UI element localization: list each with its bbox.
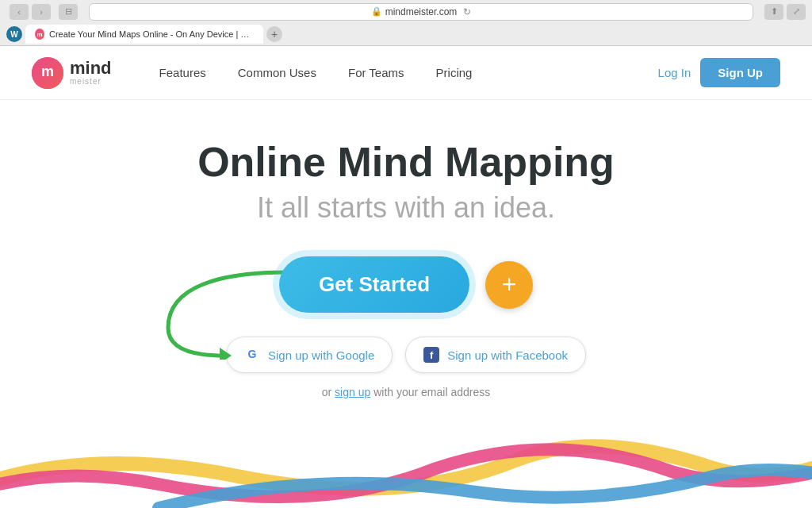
email-signup-text: or sign up with your email address [322,386,490,398]
reload-icon[interactable]: ↻ [463,6,471,17]
sidebar-button[interactable]: ⊟ [59,4,78,20]
facebook-signup-label: Sign up with Facebook [447,348,568,362]
forward-button[interactable]: › [32,4,51,20]
nav-actions: Log In Sign Up [658,58,780,87]
cta-area: Get Started + [279,256,533,313]
nav-pricing[interactable]: Pricing [436,66,473,79]
browser-tab[interactable]: m Create Your Mind Maps Online - On Any … [25,25,263,44]
logo-meister-text: meister [70,77,112,86]
facebook-signup-button[interactable]: f Sign up with Facebook [405,337,586,373]
logo[interactable]: m mind meister [32,57,112,89]
back-button[interactable]: ‹ [10,4,29,20]
facebook-icon: f [423,347,439,363]
email-signup-link[interactable]: sign up [335,386,370,398]
logo-mind-text: mind [70,60,112,77]
email-prefix: or [322,386,335,398]
nav-for-teams[interactable]: For Teams [348,66,404,79]
nav-links: Features Common Uses For Teams Pricing [159,66,658,79]
svg-marker-2 [220,348,232,360]
login-button[interactable]: Log In [658,66,691,79]
arrow-curve-icon [136,264,295,360]
nav-features[interactable]: Features [159,66,206,79]
fullscreen-button[interactable]: ⤢ [787,4,806,20]
svg-text:m: m [41,64,54,79]
logo-text: mind meister [70,60,112,86]
tab-favicon: m [35,29,44,40]
waves-svg [0,413,812,508]
decorative-waves [0,413,812,508]
get-started-wrapper: Get Started + [279,256,533,313]
new-tab-button[interactable]: + [266,26,282,42]
main-nav: m mind meister Features Common Uses For … [0,46,812,100]
get-started-button[interactable]: Get Started [279,256,469,313]
nav-common-uses[interactable]: Common Uses [238,66,316,79]
hero-title: Online Mind Mapping [197,140,615,185]
share-button[interactable]: ⬆ [764,4,783,20]
signup-button[interactable]: Sign Up [700,58,780,87]
logo-icon: m [32,57,63,89]
wordpress-icon: W [6,26,22,42]
website-content: m mind meister Features Common Uses For … [0,46,812,508]
lock-icon: 🔒 [371,6,382,17]
plus-bubble: + [485,261,533,309]
hero-subtitle: It all starts with an idea. [257,191,555,225]
browser-chrome: ‹ › ⊟ 🔒 mindmeister.com ↻ ⬆ ⤢ W m Create… [0,0,812,508]
url-text: mindmeister.com [385,6,458,17]
hero-section: Online Mind Mapping It all starts with a… [0,100,812,398]
email-suffix: with your email address [370,386,490,398]
tab-title: Create Your Mind Maps Online - On Any De… [49,29,254,39]
url-bar[interactable]: 🔒 mindmeister.com ↻ [89,3,753,21]
